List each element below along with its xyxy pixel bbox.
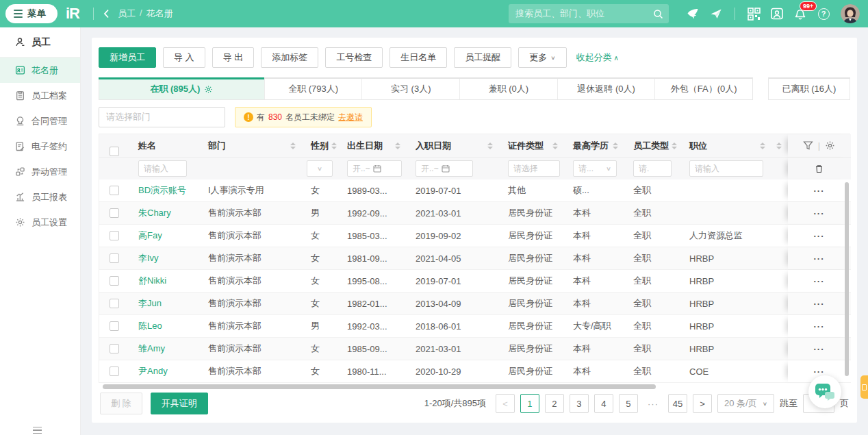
col-birth-date[interactable]: 出生日期 — [339, 134, 407, 157]
global-search-input[interactable]: 搜索员工、部门、职位 — [509, 4, 669, 23]
export-button[interactable]: 导 出 — [212, 47, 255, 68]
filter-funnel-icon[interactable] — [803, 140, 813, 151]
col-hire-date[interactable]: 入职日期 — [407, 134, 500, 157]
sidebar-item-e-signature[interactable]: 电子签约 — [0, 134, 80, 159]
notification-bell-icon[interactable]: 99+ — [789, 4, 812, 23]
row-checkbox[interactable] — [110, 253, 119, 263]
issue-certificate-button[interactable]: 开具证明 — [151, 393, 208, 414]
more-button[interactable]: 更多 ∨ — [518, 47, 566, 68]
prev-page-button[interactable]: < — [496, 394, 515, 413]
tab-outsourced[interactable]: 外包（FA）(0人) — [655, 79, 752, 99]
row-more-button[interactable]: ··· — [814, 299, 825, 309]
vertical-scrollbar[interactable] — [845, 182, 849, 376]
col-id-type[interactable]: 证件类型 — [500, 134, 565, 157]
send-paper-plane-icon[interactable] — [704, 4, 728, 23]
row-checkbox[interactable] — [110, 186, 119, 195]
page-button-4[interactable]: 4 — [594, 394, 613, 413]
employee-name[interactable]: 雏Amy — [138, 343, 165, 355]
sort-icon[interactable] — [552, 142, 558, 149]
sidebar-item-transfer-management[interactable]: 异动管理 — [0, 159, 80, 184]
sidebar-item-employee-settings[interactable]: 员工设置 — [0, 210, 80, 235]
import-button[interactable]: 导 入 — [163, 47, 205, 68]
row-checkbox[interactable] — [110, 208, 119, 218]
row-checkbox[interactable] — [110, 366, 119, 376]
tab-active-employees[interactable]: 在职 (895人) — [99, 79, 265, 99]
horizontal-scrollbar[interactable] — [103, 384, 656, 389]
sidebar-item-employee-reports[interactable]: 员工报表 — [0, 184, 80, 210]
tab-intern[interactable]: 实习 (3人) — [362, 79, 460, 99]
row-more-button[interactable]: ··· — [814, 276, 825, 286]
department-select[interactable]: 请选择部门 — [99, 107, 225, 127]
chat-fab-button[interactable] — [808, 375, 841, 408]
row-more-button[interactable]: ··· — [814, 208, 825, 219]
filter-name-input[interactable]: 请输入 — [138, 160, 187, 177]
employee-name[interactable]: 李Jun — [138, 297, 162, 310]
sort-icon[interactable] — [672, 142, 677, 149]
help-icon[interactable]: ? — [812, 4, 835, 23]
contacts-icon[interactable] — [765, 4, 789, 23]
employee-name[interactable]: 李Ivy — [138, 252, 159, 264]
page-size-select[interactable]: 20 条/页 ∨ — [717, 394, 774, 413]
col-department[interactable]: 部门 — [200, 134, 303, 157]
tab-gear-icon[interactable] — [204, 85, 213, 94]
employee-name[interactable]: 舒Nikki — [138, 275, 166, 287]
filter-id-type-select[interactable]: 请选择 — [508, 160, 560, 177]
side-tab[interactable] — [860, 375, 868, 399]
row-checkbox[interactable] — [110, 321, 119, 331]
row-more-button[interactable]: ··· — [814, 344, 825, 354]
filter-gender-select[interactable]: ∨ — [307, 160, 333, 177]
tab-part-time[interactable]: 兼职 (0人) — [460, 79, 558, 99]
employee-id-check-button[interactable]: 工号检查 — [325, 47, 383, 68]
next-page-button[interactable]: > — [693, 394, 712, 413]
row-more-button[interactable]: ··· — [814, 253, 825, 264]
page-button-45[interactable]: 45 — [668, 394, 687, 413]
employee-reminder-button[interactable]: 员工提醒 — [454, 47, 511, 68]
tab-rehired-retiree[interactable]: 退休返聘 (0人) — [558, 79, 656, 99]
row-checkbox[interactable] — [110, 299, 119, 308]
sort-icon[interactable] — [395, 142, 400, 149]
col-name[interactable]: 姓名 — [130, 134, 200, 157]
column-settings-gear-icon[interactable] — [825, 140, 835, 151]
birthday-list-button[interactable]: 生日名单 — [390, 47, 447, 68]
filter-birth-range[interactable]: 开..~ — [347, 160, 402, 177]
page-button-3[interactable]: 3 — [570, 394, 589, 413]
sort-icon[interactable] — [331, 142, 337, 149]
collapse-categories-link[interactable]: 收起分类 ∧ — [576, 51, 619, 64]
filter-edu-select[interactable]: 请...∨ — [573, 160, 617, 177]
row-more-button[interactable]: ··· — [814, 186, 825, 196]
trash-icon[interactable] — [814, 164, 824, 174]
employee-name[interactable]: 朱Chary — [138, 207, 171, 219]
sidebar-item-contract-management[interactable]: 合同管理 — [0, 108, 80, 134]
avatar[interactable] — [841, 4, 860, 23]
tab-full-time[interactable]: 全职 (793人) — [265, 79, 363, 99]
back-button[interactable] — [101, 6, 112, 21]
employee-name[interactable]: BD演示账号 — [138, 184, 186, 197]
row-checkbox[interactable] — [110, 231, 119, 240]
col-employee-type[interactable]: 员工类型 — [625, 134, 681, 157]
sort-icon[interactable] — [290, 142, 296, 149]
employee-name[interactable]: 尹Andy — [138, 365, 168, 377]
breadcrumb-section[interactable]: 员工 — [118, 8, 136, 20]
dingtalk-wing-icon[interactable] — [681, 4, 704, 23]
row-checkbox[interactable] — [110, 344, 119, 353]
sort-icon[interactable] — [613, 142, 618, 149]
col-gender[interactable]: 性别 — [303, 134, 339, 157]
delete-button[interactable]: 删 除 — [100, 393, 142, 414]
page-button-2[interactable]: 2 — [545, 394, 564, 413]
sidebar-collapse-icon[interactable] — [33, 427, 42, 434]
page-button-1[interactable]: 1 — [520, 394, 539, 413]
filter-hire-range[interactable]: 开..~ — [416, 160, 473, 177]
qrcode-icon[interactable] — [742, 4, 765, 23]
sidebar-item-roster[interactable]: 花名册 — [0, 58, 80, 83]
col-education[interactable]: 最高学历 — [565, 134, 625, 157]
col-position[interactable]: 职位 — [681, 134, 772, 157]
filter-emp-type-select[interactable]: 请. — [633, 160, 672, 177]
row-checkbox[interactable] — [110, 276, 119, 286]
filter-position-input[interactable]: 请输入 — [689, 160, 763, 177]
row-more-button[interactable]: ··· — [814, 321, 825, 332]
page-button-5[interactable]: 5 — [619, 394, 638, 413]
sort-icon[interactable] — [487, 142, 493, 149]
employee-name[interactable]: 陈Leo — [138, 320, 162, 332]
invite-link[interactable]: 去邀请 — [338, 112, 363, 123]
tab-resigned[interactable]: 已离职 (16人) — [768, 77, 850, 100]
